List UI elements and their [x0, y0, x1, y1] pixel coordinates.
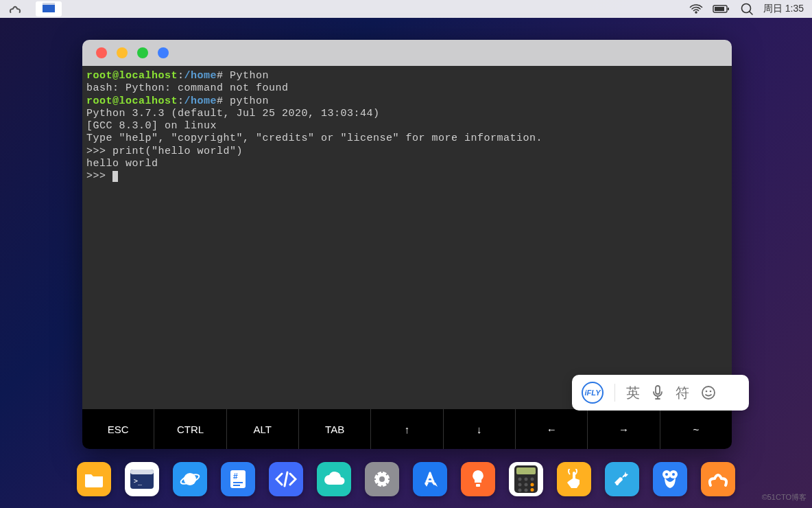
key-ctrl[interactable]: CTRL [154, 409, 226, 449]
new-tab-icon[interactable] [158, 47, 169, 58]
terminal-output[interactable]: root@localhost:/home# Pythonbash: Python… [82, 66, 732, 409]
battery-icon[interactable] [713, 4, 730, 14]
svg-rect-3 [715, 7, 724, 11]
code-tag-icon[interactable]: # [221, 462, 255, 496]
wifi-icon[interactable] [689, 3, 703, 14]
svg-point-40 [525, 489, 528, 492]
titlebar[interactable] [82, 40, 732, 66]
settings-icon[interactable] [365, 462, 399, 496]
key-tab[interactable]: TAB [299, 409, 371, 449]
svg-point-36 [531, 478, 534, 481]
svg-point-43 [616, 483, 619, 485]
terminal-line: Python 3.7.3 (default, Jul 25 2020, 13:0… [86, 108, 728, 120]
svg-point-39 [518, 489, 522, 492]
ime-emoji-icon[interactable] [700, 384, 717, 401]
svg-point-38 [525, 483, 528, 487]
ime-panel: iFLY 英 符 [572, 375, 749, 411]
cloud-icon[interactable] [317, 462, 351, 496]
svg-point-41 [531, 483, 534, 487]
svg-point-9 [706, 391, 708, 393]
svg-rect-7 [656, 386, 660, 394]
key-↓[interactable]: ↓ [444, 409, 516, 449]
clock[interactable]: 周日 1:35 [763, 3, 804, 15]
svg-text:#: # [233, 472, 238, 481]
ime-voice-icon[interactable] [651, 384, 665, 401]
terminal-icon[interactable]: >_ [125, 462, 159, 496]
key-esc[interactable]: ESC [82, 409, 154, 449]
svg-point-10 [710, 391, 712, 393]
dev-icon[interactable] [269, 462, 303, 496]
files-icon[interactable] [77, 462, 111, 496]
ime-symbol-button[interactable]: 符 [676, 384, 689, 402]
terminal-line: root@localhost:/home# python [86, 95, 728, 108]
key-↑[interactable]: ↑ [371, 409, 443, 449]
svg-point-8 [702, 386, 715, 399]
svg-rect-42 [531, 488, 534, 492]
key-alt[interactable]: ALT [227, 409, 299, 449]
svg-rect-33 [516, 467, 536, 474]
menubar-right: 周日 1:35 [689, 2, 804, 16]
terminal-menubar-icon[interactable] [36, 1, 62, 16]
browser-icon[interactable] [173, 462, 207, 496]
svg-rect-4 [728, 8, 729, 10]
terminal-line: [GCC 8.3.0] on linux [86, 120, 728, 132]
svg-rect-31 [476, 484, 480, 487]
dock: >_# [71, 459, 741, 500]
terminal-line: >>> [86, 170, 728, 183]
appstore-icon[interactable] [413, 462, 447, 496]
watermark: ©51CTO博客 [762, 492, 807, 503]
minimize-icon[interactable] [117, 47, 128, 58]
svg-point-37 [518, 483, 522, 487]
svg-text:>_: >_ [134, 477, 143, 485]
ime-lang-button[interactable]: 英 [626, 384, 640, 402]
touch-icon[interactable] [557, 462, 591, 496]
key-→[interactable]: → [588, 409, 660, 449]
svg-point-35 [525, 478, 528, 481]
aigo-menubar-icon[interactable] [8, 3, 22, 15]
ime-divider [614, 384, 615, 402]
ime-logo-icon[interactable]: iFLY [582, 382, 604, 404]
svg-point-21 [379, 476, 385, 482]
terminal-line: root@localhost:/home# Python [86, 70, 728, 82]
virtual-key-row: ESCCTRLALTTAB↑↓←→~ [82, 409, 732, 449]
svg-line-6 [750, 12, 752, 14]
calculator-icon[interactable] [509, 462, 543, 496]
key-~[interactable]: ~ [660, 409, 732, 449]
maximize-icon[interactable] [137, 47, 148, 58]
terminal-line: >>> print("hello world") [86, 146, 728, 158]
terminal-line: bash: Python: command not found [86, 82, 728, 95]
key-←[interactable]: ← [516, 409, 588, 449]
svg-point-34 [518, 478, 522, 481]
terminal-line: hello world [86, 158, 728, 170]
svg-point-47 [672, 473, 675, 476]
terminal-line: Type "help", "copyright", "credits" or "… [86, 132, 728, 145]
menubar-left [8, 1, 62, 16]
svg-rect-12 [130, 470, 154, 474]
tools-icon[interactable] [605, 462, 639, 496]
mouse-icon[interactable] [653, 462, 687, 496]
search-icon[interactable] [740, 2, 754, 16]
aigo-icon[interactable] [701, 462, 735, 496]
svg-point-46 [665, 473, 668, 476]
menubar: 周日 1:35 [0, 0, 812, 18]
svg-rect-1 [43, 3, 55, 5]
close-icon[interactable] [96, 47, 107, 58]
idea-icon[interactable] [461, 462, 495, 496]
